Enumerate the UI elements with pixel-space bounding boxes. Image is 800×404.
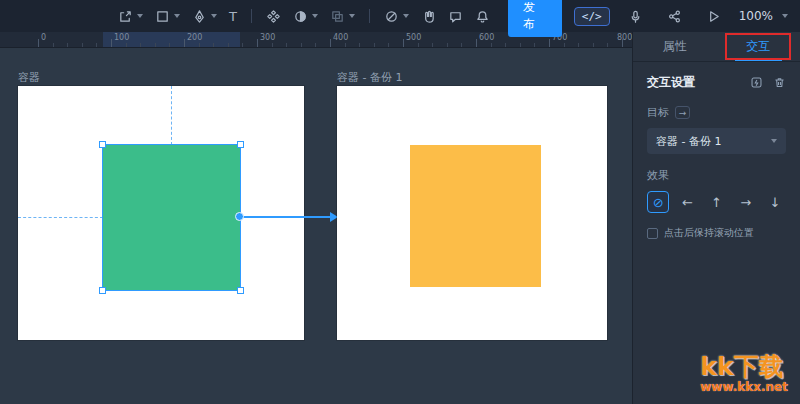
mask-tool-button[interactable] xyxy=(293,9,318,24)
ruler-mark: 100 xyxy=(114,33,129,42)
ruler-mark: 400 xyxy=(333,33,348,42)
keep-scroll-checkbox[interactable] xyxy=(647,228,658,239)
add-interaction-icon[interactable] xyxy=(750,76,763,89)
horizontal-guide-line xyxy=(18,217,103,218)
chevron-down-icon xyxy=(782,14,788,18)
chevron-down-icon[interactable] xyxy=(403,14,409,18)
effect-right-button[interactable]: → xyxy=(735,191,757,213)
share-icon xyxy=(667,9,682,24)
effect-row: 效果 xyxy=(647,168,786,183)
effect-down-button[interactable]: ↓ xyxy=(764,191,786,213)
boolean-tool-button[interactable] xyxy=(330,9,355,24)
chevron-down-icon[interactable] xyxy=(174,14,180,18)
scroll-position-option: 点击后保持滚动位置 xyxy=(647,226,786,240)
publish-button[interactable]: 发布 xyxy=(508,0,562,37)
toolbar-separator xyxy=(251,9,252,23)
chevron-down-icon[interactable] xyxy=(312,14,318,18)
share-button[interactable] xyxy=(667,9,682,24)
vertical-guide-line xyxy=(171,86,172,145)
watermark-site: www.kkx.net xyxy=(700,380,788,394)
effect-up-button[interactable]: ↑ xyxy=(705,191,727,213)
shape-tool-button[interactable] xyxy=(155,9,180,24)
rectangle-icon xyxy=(155,9,170,24)
design-tool-window: T xyxy=(0,0,800,404)
mask-icon xyxy=(293,9,308,24)
effect-left-button[interactable]: ← xyxy=(676,191,698,213)
microphone-icon xyxy=(628,9,643,24)
effect-none-button[interactable]: ⊘ xyxy=(647,191,669,213)
boolean-ops-icon xyxy=(330,9,345,24)
hand-icon xyxy=(421,9,436,24)
zoom-level: 100% xyxy=(739,9,773,23)
preview-button[interactable] xyxy=(706,9,721,24)
hand-tool-button[interactable] xyxy=(421,9,436,24)
component-icon xyxy=(266,9,281,24)
text-tool-icon: T xyxy=(229,10,237,23)
watermark-name: kk下载 xyxy=(700,353,788,381)
selection-handle-ne[interactable] xyxy=(237,141,244,148)
tool-group-right: 发布 </> 100% xyxy=(469,0,800,37)
inspector-panel: 属性 交互 交互设置 目标 → 容器 - 备份 1 效果 xyxy=(632,32,800,404)
play-icon xyxy=(706,9,721,24)
ruler-mark: 0 xyxy=(41,33,46,42)
bell-icon xyxy=(475,9,490,24)
effect-label: 效果 xyxy=(647,168,669,183)
interaction-link-origin-handle[interactable] xyxy=(235,212,244,221)
effect-buttons: ⊘ ← ↑ → ↓ xyxy=(647,191,786,213)
tool-group-left: T xyxy=(112,9,469,24)
chevron-down-icon[interactable] xyxy=(349,14,355,18)
component-tool-button[interactable] xyxy=(266,9,281,24)
pen-tool-button[interactable] xyxy=(192,9,217,24)
microphone-button[interactable] xyxy=(628,9,643,24)
chevron-down-icon[interactable] xyxy=(211,14,217,18)
zoom-control[interactable]: 100% xyxy=(739,9,788,23)
chevron-down-icon[interactable] xyxy=(137,14,143,18)
artboard-label-container-copy[interactable]: 容器 - 备份 1 xyxy=(337,70,402,85)
artboard-label-container[interactable]: 容器 xyxy=(18,70,40,85)
interaction-settings-section: 交互设置 目标 → 容器 - 备份 1 效果 ⊘ ← ↑ xyxy=(633,62,800,252)
target-dropdown[interactable]: 容器 - 备份 1 xyxy=(647,128,786,154)
top-toolbar: T xyxy=(0,0,800,32)
notifications-button[interactable] xyxy=(475,9,490,24)
export-tool-button[interactable] xyxy=(118,9,143,24)
prohibit-tool-button[interactable] xyxy=(384,9,409,24)
toolbar-separator xyxy=(369,9,370,23)
site-watermark: kk下载 www.kkx.net xyxy=(700,353,788,395)
selection-handle-se[interactable] xyxy=(237,287,244,294)
target-row: 目标 → xyxy=(647,105,786,120)
ruler-mark: 200 xyxy=(187,33,202,42)
interaction-settings-title: 交互设置 xyxy=(647,74,695,91)
prohibit-icon xyxy=(384,9,399,24)
selection-handle-nw[interactable] xyxy=(99,141,106,148)
export-icon xyxy=(118,9,133,24)
selection-handle-sw[interactable] xyxy=(99,287,106,294)
interaction-header-actions xyxy=(750,76,786,89)
delete-interaction-icon[interactable] xyxy=(773,76,786,89)
interaction-settings-header: 交互设置 xyxy=(647,74,786,91)
text-tool-button[interactable]: T xyxy=(229,10,237,23)
target-dropdown-value: 容器 - 备份 1 xyxy=(656,134,721,149)
ruler-mark: 300 xyxy=(260,33,275,42)
artboard-container-copy[interactable] xyxy=(337,86,607,340)
green-square-selected[interactable] xyxy=(103,145,240,290)
pen-icon xyxy=(192,9,207,24)
canvas[interactable]: 容器 容器 - 备份 1 xyxy=(0,48,632,404)
keep-scroll-label: 点击后保持滚动位置 xyxy=(664,226,754,240)
chevron-down-icon xyxy=(771,139,777,143)
code-view-button[interactable]: </> xyxy=(574,7,610,26)
comment-icon xyxy=(448,9,463,24)
orange-square[interactable] xyxy=(410,145,541,287)
comment-tool-button[interactable] xyxy=(448,9,463,24)
target-arrow-icon: → xyxy=(675,106,690,119)
interaction-link-line xyxy=(240,216,332,218)
target-label: 目标 xyxy=(647,105,669,120)
ruler-mark: 500 xyxy=(406,33,421,42)
artboard-container[interactable] xyxy=(18,86,304,340)
